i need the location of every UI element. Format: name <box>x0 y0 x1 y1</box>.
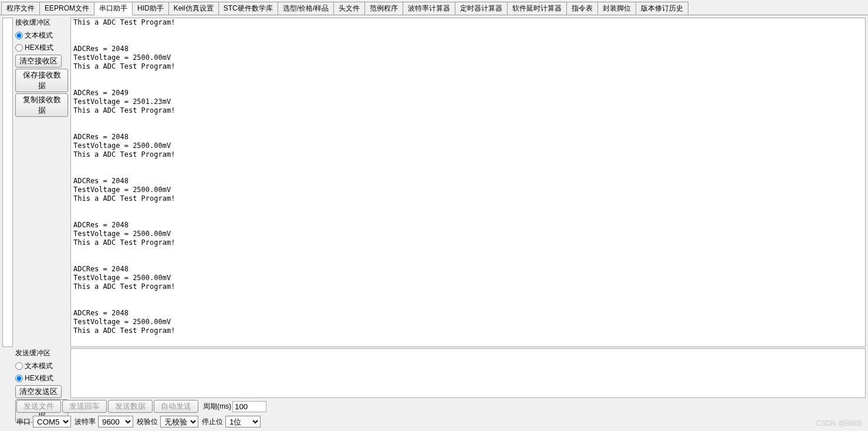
copy-receive-button[interactable]: 复制接收数据 <box>15 93 68 117</box>
port-select[interactable]: COM5 <box>33 416 71 427</box>
tab-12[interactable]: 指令表 <box>566 2 598 15</box>
port-label: 串口 <box>16 417 31 427</box>
send-textarea-wrap <box>70 348 866 398</box>
tab-1[interactable]: EEPROM文件 <box>39 2 94 15</box>
tab-10[interactable]: 定时器计算器 <box>455 2 508 15</box>
send-mode-hex-radio[interactable] <box>15 375 23 382</box>
receive-mode-text-label: 文本模式 <box>25 31 53 41</box>
tabs-bar: 程序文件EEPROM文件串口助手HID助手Keil仿真设置STC硬件数学库选型/… <box>0 0 868 15</box>
parity-label: 校验位 <box>137 417 158 427</box>
receive-mode-hex[interactable]: HEX模式 <box>15 42 53 53</box>
period-label: 周期(ms) <box>203 402 231 412</box>
stop-select[interactable]: 1位 <box>225 416 261 427</box>
send-mode-hex-label: HEX模式 <box>25 373 53 383</box>
send-mode-text-radio[interactable] <box>15 362 23 370</box>
tab-9[interactable]: 波特率计算器 <box>403 2 455 15</box>
send-mode-text-label: 文本模式 <box>25 361 53 371</box>
tab-5[interactable]: STC硬件数学库 <box>218 2 278 15</box>
send-mode-text[interactable]: 文本模式 <box>15 361 53 372</box>
tab-14[interactable]: 版本修订历史 <box>636 2 688 15</box>
receive-textarea-wrap <box>70 18 866 347</box>
receive-textarea[interactable] <box>71 18 865 346</box>
tab-3[interactable]: HID助手 <box>132 2 169 15</box>
tab-7[interactable]: 头文件 <box>333 2 365 15</box>
parity-select[interactable]: 无校验 <box>160 416 198 427</box>
tab-2[interactable]: 串口助手 <box>94 2 133 15</box>
clear-send-button[interactable]: 清空发送区 <box>15 385 62 398</box>
tab-13[interactable]: 封装脚位 <box>597 2 636 15</box>
tab-11[interactable]: 软件延时计算器 <box>507 2 567 15</box>
send-cr-button[interactable]: 发送回车 <box>62 400 107 413</box>
tab-0[interactable]: 程序文件 <box>1 2 40 15</box>
receive-mode-hex-radio[interactable] <box>15 44 23 52</box>
actions-row: 发送文件 发送回车 发送数据 自动发送 周期(ms) <box>2 399 866 413</box>
receive-mode-text[interactable]: 文本模式 <box>15 30 53 41</box>
send-file-button[interactable]: 发送文件 <box>16 400 61 413</box>
save-receive-button[interactable]: 保存接收数据 <box>15 69 68 92</box>
tab-4[interactable]: Keil仿真设置 <box>168 2 219 15</box>
receive-mode-hex-label: HEX模式 <box>25 43 53 53</box>
send-mode-hex[interactable]: HEX模式 <box>15 373 53 384</box>
send-textarea[interactable] <box>71 349 865 398</box>
send-data-button[interactable]: 发送数据 <box>108 400 153 413</box>
port-row: 串口 COM5 波特率 9600 校验位 无校验 停止位 1位 <box>2 415 866 427</box>
clear-receive-button[interactable]: 清空接收区 <box>15 55 62 68</box>
tab-8[interactable]: 范例程序 <box>364 2 403 15</box>
send-group-label: 发送缓冲区 <box>15 348 50 358</box>
tab-6[interactable]: 选型/价格/样品 <box>278 2 335 15</box>
stop-label: 停止位 <box>202 417 223 427</box>
receive-group-label: 接收缓冲区 <box>15 18 50 28</box>
receive-side-panel: 接收缓冲区 文本模式 HEX模式 清空接收区 保存接收数据 复制接收数据 <box>15 18 68 347</box>
auto-send-button[interactable]: 自动发送 <box>154 400 198 413</box>
send-side-panel: 发送缓冲区 文本模式 HEX模式 清空发送区 保存发送数据 <box>15 348 68 398</box>
period-input[interactable] <box>232 401 266 412</box>
baud-select[interactable]: 9600 <box>98 416 133 427</box>
left-strip-spacer <box>2 18 13 347</box>
receive-mode-text-radio[interactable] <box>15 32 23 39</box>
baud-label: 波特率 <box>75 417 96 427</box>
